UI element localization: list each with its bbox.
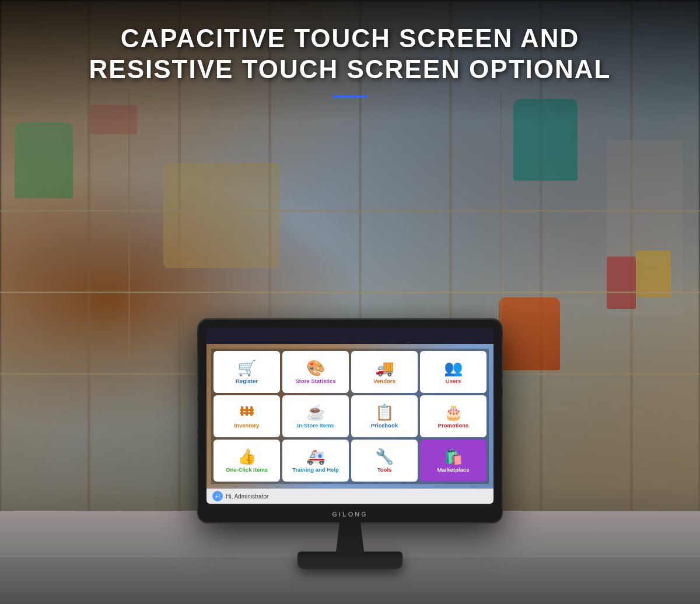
inventory-icon <box>239 405 254 420</box>
title-line-1: CAPACITIVE TOUCH SCREEN AND <box>121 24 580 52</box>
register-icon: 🛒 <box>237 360 256 375</box>
title-line-2: RESISTIVE TOUCH SCREEN OPTIONAL <box>89 55 611 83</box>
user-avatar: +! <box>212 491 223 501</box>
promotions-label: Promotions <box>438 422 469 429</box>
tools-icon: 🔧 <box>375 449 394 464</box>
tile-training-help[interactable]: 🚑Training and Help <box>282 440 349 482</box>
monitor-frame: 🛒Register🎨Store Statistics🚚Vendors👥Users… <box>198 319 502 522</box>
tools-label: Tools <box>377 466 392 473</box>
app-grid: 🛒Register🎨Store Statistics🚚Vendors👥Users… <box>211 349 489 484</box>
svg-rect-4 <box>250 406 253 416</box>
tile-vendors[interactable]: 🚚Vendors <box>351 351 418 393</box>
store-statistics-icon: 🎨 <box>306 360 325 375</box>
tile-marketplace[interactable]: 🛍️Marketplace <box>420 440 487 482</box>
training-help-label: Training and Help <box>292 466 339 473</box>
promotions-icon: 🎂 <box>444 405 463 420</box>
svg-rect-2 <box>241 406 243 416</box>
monitor-neck <box>332 522 368 552</box>
pricebook-label: Pricebook <box>371 422 398 429</box>
user-greeting: Hi, Administrator <box>226 493 268 500</box>
screen-background: 🛒Register🎨Store Statistics🚚Vendors👥Users… <box>206 344 494 489</box>
tile-one-click-items[interactable]: 👍One-Click Items <box>214 440 280 482</box>
accent-line <box>332 96 368 98</box>
marketplace-icon: 🛍️ <box>444 449 463 464</box>
monitor-assembly: 🛒Register🎨Store Statistics🚚Vendors👥Users… <box>198 319 502 569</box>
vendors-icon: 🚚 <box>375 360 394 375</box>
tile-inventory[interactable]: Inventory <box>214 395 280 437</box>
instore-items-icon: ☕ <box>306 405 325 420</box>
pricebook-icon: 📋 <box>375 405 394 420</box>
tile-store-statistics[interactable]: 🎨Store Statistics <box>282 351 349 393</box>
store-statistics-label: Store Statistics <box>295 378 335 384</box>
main-heading: CAPACITIVE TOUCH SCREEN AND RESISTIVE TO… <box>12 23 688 85</box>
monitor-brand: GILONG <box>206 511 494 518</box>
header: CAPACITIVE TOUCH SCREEN AND RESISTIVE TO… <box>0 0 700 110</box>
vendors-label: Vendors <box>373 378 396 384</box>
users-icon: 👥 <box>444 360 463 375</box>
tile-register[interactable]: 🛒Register <box>214 351 280 393</box>
register-label: Register <box>236 378 258 384</box>
screen-bottom-bar: +! Hi, Administrator <box>206 489 494 504</box>
users-label: Users <box>446 378 461 384</box>
one-click-items-label: One-Click Items <box>226 466 268 473</box>
marketplace-label: Marketplace <box>438 466 470 473</box>
monitor-base <box>298 552 402 569</box>
tile-promotions[interactable]: 🎂Promotions <box>420 395 487 437</box>
one-click-items-icon: 👍 <box>237 449 256 464</box>
monitor-chin <box>206 504 494 508</box>
screen-top-bar <box>206 328 494 344</box>
tile-pricebook[interactable]: 📋Pricebook <box>351 395 418 437</box>
tile-users[interactable]: 👥Users <box>420 351 487 393</box>
tile-instore-items[interactable]: ☕In-Store Items <box>282 395 349 437</box>
training-help-icon: 🚑 <box>306 449 325 464</box>
inventory-label: Inventory <box>235 422 260 429</box>
tile-tools[interactable]: 🔧Tools <box>351 440 418 482</box>
svg-rect-3 <box>246 406 248 416</box>
monitor-screen: 🛒Register🎨Store Statistics🚚Vendors👥Users… <box>206 328 494 504</box>
instore-items-label: In-Store Items <box>297 422 334 429</box>
